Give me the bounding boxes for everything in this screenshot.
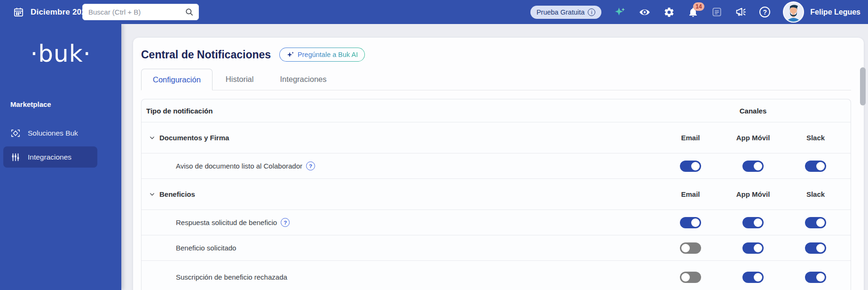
- table-header-row: Tipo de notificación Canales: [142, 99, 851, 122]
- sidebar-item-label: Soluciones Buk: [28, 129, 78, 137]
- info-icon: i: [588, 8, 595, 16]
- toggle-email[interactable]: [680, 272, 701, 283]
- sparkle-icon[interactable]: [614, 6, 626, 18]
- channel-header-slack: Slack: [784, 190, 847, 198]
- table-row: Respuesta solicitud de beneficio ?: [142, 209, 851, 235]
- column-header-channels: Canales: [655, 107, 851, 115]
- table-row: Suscripción de beneficio rechazada: [142, 260, 851, 290]
- user-name[interactable]: Felipe Legues: [810, 8, 860, 16]
- sidebar-item-integraciones[interactable]: Integraciones: [3, 146, 97, 168]
- table-row: Beneficio solicitado: [142, 235, 851, 260]
- eye-icon[interactable]: [639, 6, 651, 18]
- ask-buk-ai-label: Pregúntale a Buk AI: [298, 51, 358, 58]
- toggle-app-movil[interactable]: [742, 217, 764, 228]
- toggle-slack[interactable]: [805, 242, 826, 254]
- free-trial-button[interactable]: Prueba Gratuita i: [530, 6, 601, 19]
- cube-scan-icon: [10, 128, 21, 138]
- document-icon[interactable]: [711, 7, 722, 17]
- toggle-slack[interactable]: [805, 217, 826, 228]
- toggle-app-movil[interactable]: [742, 272, 764, 283]
- sidebar-item-label: Integraciones: [28, 153, 71, 161]
- toggle-slack[interactable]: [805, 272, 826, 283]
- help-icon[interactable]: ?: [281, 218, 290, 227]
- chevron-down-icon[interactable]: [149, 135, 155, 141]
- search-bar[interactable]: [82, 4, 199, 20]
- sidebar-item-soluciones-buk[interactable]: Soluciones Buk: [3, 122, 97, 144]
- free-trial-label: Prueba Gratuita: [537, 8, 584, 16]
- help-icon[interactable]: ?: [306, 161, 315, 170]
- megaphone-icon[interactable]: [735, 6, 747, 18]
- table-row: Aviso de documento listo al Colaborador …: [142, 153, 851, 178]
- main-content: Central de Notificaciones Pregúntale a B…: [121, 24, 868, 290]
- avatar[interactable]: [783, 1, 804, 23]
- tab-integraciones[interactable]: Integraciones: [267, 68, 339, 90]
- sliders-icon: [10, 152, 21, 162]
- notifications-table: Tipo de notificación Canales Documentos …: [141, 99, 851, 290]
- bell-icon[interactable]: 14: [687, 7, 699, 18]
- scrollbar-thumb[interactable]: [860, 67, 866, 105]
- channel-header-email: Email: [659, 190, 722, 198]
- page-title: Central de Notificaciones: [141, 48, 271, 61]
- notifications-card: Central de Notificaciones Pregúntale a B…: [133, 38, 864, 290]
- period-label: Diciembre 2024: [31, 8, 91, 17]
- tab-historial[interactable]: Historial: [213, 68, 267, 90]
- gear-icon[interactable]: [663, 7, 675, 18]
- group-label: Beneficios: [159, 190, 195, 198]
- calendar-icon[interactable]: [13, 7, 24, 17]
- tab-configuracion[interactable]: Configuración: [141, 69, 213, 90]
- toggle-app-movil[interactable]: [742, 161, 764, 172]
- column-header-type: Tipo de notificación: [142, 107, 655, 115]
- group-label: Documentos y Firma: [159, 134, 229, 142]
- row-label: Aviso de documento listo al Colaborador: [176, 162, 302, 170]
- row-label: Beneficio solicitado: [176, 244, 236, 252]
- toggle-email[interactable]: [680, 161, 701, 172]
- topbar: Diciembre 2024 Prueba Gratuita i: [0, 0, 868, 24]
- search-input[interactable]: [88, 8, 185, 16]
- ai-sparkle-icon: [286, 51, 294, 59]
- buk-logo: ·buk·: [0, 40, 121, 67]
- toggle-slack[interactable]: [805, 161, 826, 172]
- search-icon[interactable]: [185, 8, 194, 16]
- row-label: Suscripción de beneficio rechazada: [176, 273, 287, 281]
- help-icon[interactable]: ?: [759, 7, 770, 17]
- tabs: Configuración Historial Integraciones: [141, 68, 851, 90]
- channel-header-slack: Slack: [784, 134, 847, 142]
- notification-badge: 14: [693, 2, 704, 11]
- channel-header-app-movil: App Móvil: [722, 190, 784, 198]
- toggle-email[interactable]: [680, 242, 701, 254]
- sidebar-section-marketplace: Marketplace: [10, 100, 121, 108]
- toggle-email[interactable]: [680, 217, 701, 228]
- channel-header-app-movil: App Móvil: [722, 134, 784, 142]
- ask-buk-ai-button[interactable]: Pregúntale a Buk AI: [279, 48, 365, 62]
- sidebar: ·buk· Marketplace Soluciones Buk Integ: [0, 24, 121, 290]
- group-row-beneficios: Beneficios Email App Móvil Slack: [142, 178, 851, 209]
- chevron-down-icon[interactable]: [149, 191, 155, 197]
- group-row-documentos-y-firma: Documentos y Firma Email App Móvil Slack: [142, 122, 851, 153]
- row-label: Respuesta solicitud de beneficio: [176, 218, 277, 226]
- channel-header-email: Email: [659, 134, 722, 142]
- toggle-app-movil[interactable]: [742, 242, 764, 254]
